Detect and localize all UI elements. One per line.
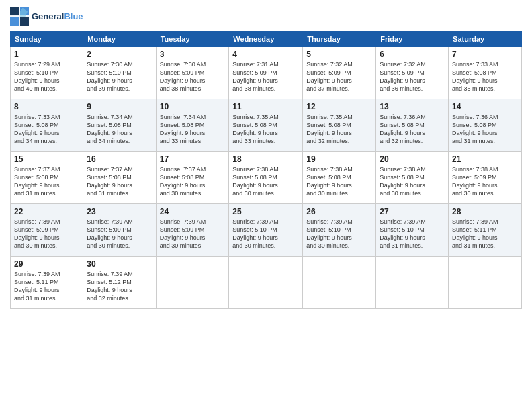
calendar-day-cell: 9 Sunrise: 7:34 AM Sunset: 5:08 PM Dayli… — [83, 99, 156, 152]
day-info: Sunrise: 7:38 AM Sunset: 5:08 PM Dayligh… — [232, 165, 299, 198]
day-info: Sunrise: 7:39 AM Sunset: 5:09 PM Dayligh… — [14, 218, 79, 250]
daylight-label: Daylight: 9 hours and 30 minutes. — [14, 234, 60, 249]
calendar: SundayMondayTuesdayWednesdayThursdayFrid… — [10, 31, 522, 309]
sunset-label: Sunset: 5:08 PM — [306, 174, 351, 181]
sunrise-label: Sunrise: 7:32 AM — [306, 61, 353, 68]
day-info: Sunrise: 7:34 AM Sunset: 5:08 PM Dayligh… — [87, 113, 152, 146]
sunrise-label: Sunrise: 7:31 AM — [232, 61, 279, 68]
sunrise-label: Sunrise: 7:29 AM — [14, 61, 60, 68]
day-info: Sunrise: 7:39 AM Sunset: 5:11 PM Dayligh… — [452, 218, 518, 250]
day-info: Sunrise: 7:31 AM Sunset: 5:09 PM Dayligh… — [232, 60, 299, 93]
sunset-label: Sunset: 5:09 PM — [14, 226, 59, 233]
calendar-day-cell: 1 Sunrise: 7:29 AM Sunset: 5:10 PM Dayli… — [11, 47, 83, 99]
sunset-label: Sunset: 5:08 PM — [380, 174, 425, 181]
sunrise-label: Sunrise: 7:33 AM — [14, 113, 60, 120]
daylight-label: Daylight: 9 hours and 30 minutes. — [160, 234, 206, 249]
day-info: Sunrise: 7:37 AM Sunset: 5:08 PM Dayligh… — [14, 165, 79, 198]
daylight-label: Daylight: 9 hours and 30 minutes. — [306, 182, 352, 197]
sunrise-label: Sunrise: 7:33 AM — [452, 61, 498, 68]
day-number: 24 — [160, 207, 226, 216]
svg-rect-2 — [10, 17, 19, 26]
weekday-header-cell: Tuesday — [156, 32, 229, 47]
day-info: Sunrise: 7:39 AM Sunset: 5:10 PM Dayligh… — [232, 218, 299, 250]
day-number: 25 — [232, 207, 299, 216]
sunrise-label: Sunrise: 7:37 AM — [160, 166, 206, 173]
calendar-day-cell — [229, 257, 303, 309]
sunrise-label: Sunrise: 7:39 AM — [160, 218, 206, 225]
daylight-label: Daylight: 9 hours and 31 minutes. — [87, 182, 132, 197]
day-info: Sunrise: 7:30 AM Sunset: 5:09 PM Dayligh… — [160, 60, 226, 93]
calendar-day-cell — [303, 257, 376, 309]
day-info: Sunrise: 7:39 AM Sunset: 5:09 PM Dayligh… — [87, 218, 152, 250]
daylight-label: Daylight: 9 hours and 38 minutes. — [232, 77, 278, 92]
sunset-label: Sunset: 5:08 PM — [452, 69, 497, 76]
sunset-label: Sunset: 5:11 PM — [452, 226, 497, 233]
day-number: 14 — [452, 102, 518, 111]
daylight-label: Daylight: 9 hours and 39 minutes. — [87, 77, 132, 92]
sunrise-label: Sunrise: 7:32 AM — [380, 61, 426, 68]
calendar-day-cell: 8 Sunrise: 7:33 AM Sunset: 5:08 PM Dayli… — [11, 99, 83, 152]
daylight-label: Daylight: 9 hours and 30 minutes. — [232, 234, 278, 249]
calendar-day-cell: 13 Sunrise: 7:36 AM Sunset: 5:08 PM Dayl… — [376, 99, 449, 152]
daylight-label: Daylight: 9 hours and 36 minutes. — [380, 77, 425, 92]
logo-text: GeneralBlue — [32, 11, 83, 21]
sunset-label: Sunset: 5:08 PM — [232, 122, 277, 128]
sunset-label: Sunset: 5:08 PM — [14, 122, 59, 128]
day-number: 9 — [87, 102, 152, 111]
day-info: Sunrise: 7:39 AM Sunset: 5:10 PM Dayligh… — [380, 218, 445, 250]
daylight-label: Daylight: 9 hours and 40 minutes. — [14, 77, 60, 92]
day-number: 7 — [452, 50, 518, 59]
sunset-label: Sunset: 5:09 PM — [306, 69, 351, 76]
weekday-header-cell: Sunday — [11, 32, 83, 47]
day-number: 21 — [452, 154, 518, 164]
calendar-day-cell: 3 Sunrise: 7:30 AM Sunset: 5:09 PM Dayli… — [156, 47, 229, 99]
sunrise-label: Sunrise: 7:39 AM — [232, 218, 279, 225]
calendar-day-cell — [156, 257, 229, 309]
calendar-day-cell: 12 Sunrise: 7:35 AM Sunset: 5:08 PM Dayl… — [303, 99, 376, 152]
sunset-label: Sunset: 5:11 PM — [14, 279, 59, 285]
daylight-label: Daylight: 9 hours and 37 minutes. — [306, 77, 352, 92]
daylight-label: Daylight: 9 hours and 31 minutes. — [380, 234, 425, 249]
calendar-day-cell: 30 Sunrise: 7:39 AM Sunset: 5:12 PM Dayl… — [83, 257, 156, 309]
daylight-label: Daylight: 9 hours and 30 minutes. — [160, 182, 206, 197]
sunrise-label: Sunrise: 7:39 AM — [452, 218, 498, 225]
weekday-header-cell: Monday — [83, 32, 156, 47]
daylight-label: Daylight: 9 hours and 32 minutes. — [87, 287, 132, 302]
sunset-label: Sunset: 5:09 PM — [87, 226, 132, 233]
calendar-week-row: 15 Sunrise: 7:37 AM Sunset: 5:08 PM Dayl… — [11, 152, 522, 204]
daylight-label: Daylight: 9 hours and 34 minutes. — [14, 130, 60, 144]
day-number: 22 — [14, 207, 79, 216]
weekday-header-cell: Saturday — [449, 32, 522, 47]
day-info: Sunrise: 7:30 AM Sunset: 5:10 PM Dayligh… — [87, 60, 152, 93]
daylight-label: Daylight: 9 hours and 32 minutes. — [380, 130, 425, 144]
daylight-label: Daylight: 9 hours and 35 minutes. — [452, 77, 498, 92]
sunset-label: Sunset: 5:08 PM — [452, 122, 497, 128]
calendar-day-cell: 5 Sunrise: 7:32 AM Sunset: 5:09 PM Dayli… — [303, 47, 376, 99]
sunrise-label: Sunrise: 7:35 AM — [232, 113, 279, 120]
sunset-label: Sunset: 5:08 PM — [160, 122, 205, 128]
calendar-day-cell: 20 Sunrise: 7:38 AM Sunset: 5:08 PM Dayl… — [376, 152, 449, 204]
day-info: Sunrise: 7:38 AM Sunset: 5:08 PM Dayligh… — [380, 165, 445, 198]
weekday-header-cell: Thursday — [303, 32, 376, 47]
day-info: Sunrise: 7:38 AM Sunset: 5:08 PM Dayligh… — [306, 165, 372, 198]
day-number: 10 — [160, 102, 226, 111]
sunset-label: Sunset: 5:10 PM — [232, 226, 277, 233]
day-info: Sunrise: 7:37 AM Sunset: 5:08 PM Dayligh… — [160, 165, 226, 198]
logo: GeneralBlue — [10, 7, 83, 26]
calendar-week-row: 29 Sunrise: 7:39 AM Sunset: 5:11 PM Dayl… — [11, 257, 522, 309]
day-info: Sunrise: 7:32 AM Sunset: 5:09 PM Dayligh… — [306, 60, 372, 93]
sunrise-label: Sunrise: 7:38 AM — [306, 166, 353, 173]
day-info: Sunrise: 7:38 AM Sunset: 5:09 PM Dayligh… — [452, 165, 518, 198]
calendar-day-cell: 17 Sunrise: 7:37 AM Sunset: 5:08 PM Dayl… — [156, 152, 229, 204]
calendar-day-cell: 6 Sunrise: 7:32 AM Sunset: 5:09 PM Dayli… — [376, 47, 449, 99]
calendar-day-cell: 22 Sunrise: 7:39 AM Sunset: 5:09 PM Dayl… — [11, 204, 83, 257]
calendar-day-cell: 23 Sunrise: 7:39 AM Sunset: 5:09 PM Dayl… — [83, 204, 156, 257]
sunrise-label: Sunrise: 7:36 AM — [452, 113, 498, 120]
sunset-label: Sunset: 5:08 PM — [306, 122, 351, 128]
sunrise-label: Sunrise: 7:37 AM — [14, 166, 60, 173]
sunrise-label: Sunrise: 7:39 AM — [14, 271, 60, 277]
sunset-label: Sunset: 5:08 PM — [14, 174, 59, 181]
day-number: 17 — [160, 154, 226, 164]
calendar-day-cell: 10 Sunrise: 7:34 AM Sunset: 5:08 PM Dayl… — [156, 99, 229, 152]
sunrise-label: Sunrise: 7:34 AM — [160, 113, 206, 120]
